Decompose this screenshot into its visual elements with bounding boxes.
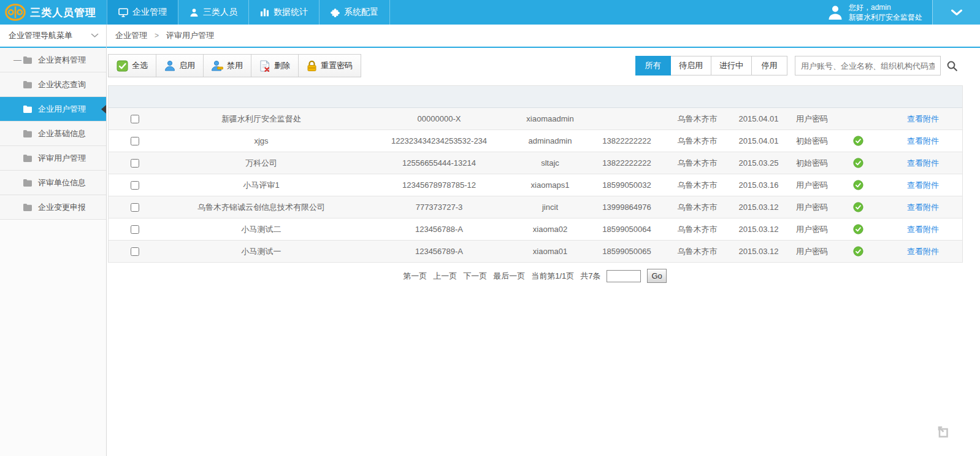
toolbar-button[interactable]: 全选 (109, 55, 156, 77)
sidebar-item[interactable]: 企业基础信息 (0, 122, 106, 146)
cell-pwd-status: 初始密码 (792, 152, 832, 174)
view-attachment-link[interactable]: 查看附件 (907, 136, 939, 145)
view-attachment-link[interactable]: 查看附件 (907, 203, 939, 212)
sidebar-item[interactable]: 评审用户管理 (0, 146, 106, 171)
filter-tabs: 所有 待启用 进行中 停用 (635, 56, 787, 75)
registered-check-icon (853, 224, 863, 234)
cell-region: 乌鲁木齐市 (669, 218, 725, 241)
user-block[interactable]: 您好，admin 新疆水利厅安全监督处 (827, 0, 932, 25)
page-number-input[interactable] (607, 270, 641, 282)
pagination-prev[interactable]: 上一页 (433, 271, 457, 282)
toolbar: 全选 启用 禁用 删除 重置密码 (108, 54, 361, 77)
cell-phone: 13822222222 (584, 130, 669, 152)
top-nav-item[interactable]: 企业管理 (107, 0, 178, 25)
user-greeting: 您好，admin (849, 2, 922, 12)
folder-icon (23, 56, 33, 64)
enable-user-icon (164, 60, 175, 71)
table-column-header (792, 86, 832, 108)
cell-account: xiaomaadmin (516, 108, 584, 130)
user-avatar-icon (827, 4, 843, 20)
app-logo-icon (5, 4, 26, 21)
row-checkbox[interactable] (131, 159, 139, 168)
toolbar-button[interactable]: 启用 (156, 55, 204, 77)
sidebar-header[interactable]: 企业管理导航菜单 (0, 25, 106, 48)
filter-tab-label: 进行中 (719, 61, 743, 70)
search-box (795, 56, 963, 75)
breadcrumb-current: 评审用户管理 (166, 30, 214, 41)
sidebar: 企业管理导航菜单 — 企业资料管理 企业状态查询 企业用户管理 企业基础信息 (0, 25, 107, 456)
cell-company: xjgs (160, 130, 362, 152)
filter-tab[interactable]: 待启用 (671, 56, 711, 75)
search-icon (946, 60, 958, 72)
cell-pwd-status: 用户密码 (792, 174, 832, 196)
cell-account: sltajc (516, 152, 584, 174)
sidebar-item[interactable]: 企业变更申报 (0, 195, 106, 220)
search-button[interactable] (941, 56, 963, 75)
cell-reg-date: 2015.03.16 (725, 174, 792, 196)
sidebar-item[interactable]: — 企业资料管理 (0, 48, 106, 72)
toolbar-button[interactable]: 删除 (251, 55, 299, 77)
collapse-corner-icon[interactable] (936, 425, 949, 438)
view-attachment-link[interactable]: 查看附件 (907, 158, 939, 168)
sidebar-item[interactable]: 企业状态查询 (0, 72, 106, 97)
cell-region: 乌鲁木齐市 (669, 174, 725, 196)
top-nav-item[interactable]: 三类人员 (178, 0, 248, 25)
table-column-header (884, 86, 962, 108)
row-checkbox[interactable] (131, 115, 139, 123)
user-table: 新疆水利厅安全监督处 00000000-X xiaomaadmin 乌鲁木齐市 … (108, 85, 963, 263)
pagination-total: 共7条 (580, 271, 600, 282)
breadcrumb-parent[interactable]: 企业管理 (115, 30, 147, 41)
cell-region: 乌鲁木齐市 (669, 241, 725, 263)
cell-reg-date: 2015.03.12 (725, 196, 792, 218)
view-attachment-link[interactable]: 查看附件 (907, 180, 939, 190)
pagination-first[interactable]: 第一页 (403, 271, 427, 282)
go-button[interactable]: Go (647, 269, 666, 283)
pagination-next[interactable]: 下一页 (463, 271, 487, 282)
chevron-down-icon (951, 9, 963, 16)
filter-tab[interactable]: 所有 (635, 56, 671, 75)
user-icon (189, 8, 199, 17)
table-row: 万科公司 12556655444-13214 sltajc 1382222222… (109, 152, 962, 174)
cell-region: 乌鲁木齐市 (669, 108, 725, 130)
toolbar-button[interactable]: 重置密码 (299, 55, 361, 77)
cell-org-code: 12345678978785-12 (362, 174, 516, 196)
cell-company: 乌鲁木齐锦诚云创信息技术有限公司 (160, 196, 362, 218)
cell-account: xiaoma02 (516, 218, 584, 241)
top-nav-item-label: 三类人员 (203, 7, 237, 18)
view-attachment-link[interactable]: 查看附件 (907, 247, 939, 256)
top-nav-item[interactable]: 系统配置 (319, 0, 390, 25)
sidebar-item-label: 企业状态查询 (38, 79, 86, 90)
table-column-header (160, 86, 362, 108)
sidebar-item[interactable]: 评审单位信息 (0, 171, 106, 195)
toolbar-button-label: 重置密码 (321, 60, 353, 71)
row-checkbox[interactable] (131, 203, 139, 212)
registered-check-icon (853, 136, 863, 146)
delete-doc-icon (259, 60, 270, 72)
search-input[interactable] (795, 56, 941, 75)
row-checkbox[interactable] (131, 137, 139, 145)
breadcrumb: 企业管理 > 评审用户管理 (107, 25, 980, 48)
filter-tab[interactable]: 进行中 (711, 56, 752, 75)
filter-tab-label: 待启用 (679, 61, 703, 70)
pagination-last[interactable]: 最后一页 (493, 271, 525, 282)
row-checkbox[interactable] (131, 247, 139, 256)
top-nav-item[interactable]: 数据统计 (248, 0, 319, 25)
toolbar-button[interactable]: 禁用 (204, 55, 251, 77)
view-attachment-link[interactable]: 查看附件 (907, 114, 939, 123)
filter-tab[interactable]: 停用 (752, 56, 787, 75)
sidebar-item-label: 企业资料管理 (38, 55, 86, 66)
table-column-header (832, 86, 884, 108)
cell-org-code: 123456788-A (362, 218, 516, 241)
row-checkbox[interactable] (131, 225, 139, 234)
table-row: 小马测试二 123456788-A xiaoma02 18599050064 乌… (109, 218, 962, 241)
cell-phone: 18599050065 (584, 241, 669, 263)
sidebar-item[interactable]: 企业用户管理 (0, 97, 106, 122)
pagination: 第一页 上一页 下一页 最后一页 当前第1/1页 共7条 Go (108, 269, 962, 283)
user-menu-toggle[interactable] (932, 0, 980, 25)
row-checkbox[interactable] (131, 181, 139, 190)
table-row: 乌鲁木齐锦诚云创信息技术有限公司 777373727-3 jincit 1399… (109, 196, 962, 218)
table-row: 新疆水利厅安全监督处 00000000-X xiaomaadmin 乌鲁木齐市 … (109, 108, 962, 130)
pagination-current: 当前第1/1页 (531, 271, 574, 282)
view-attachment-link[interactable]: 查看附件 (907, 225, 939, 234)
cell-pwd-status: 用户密码 (792, 196, 832, 218)
